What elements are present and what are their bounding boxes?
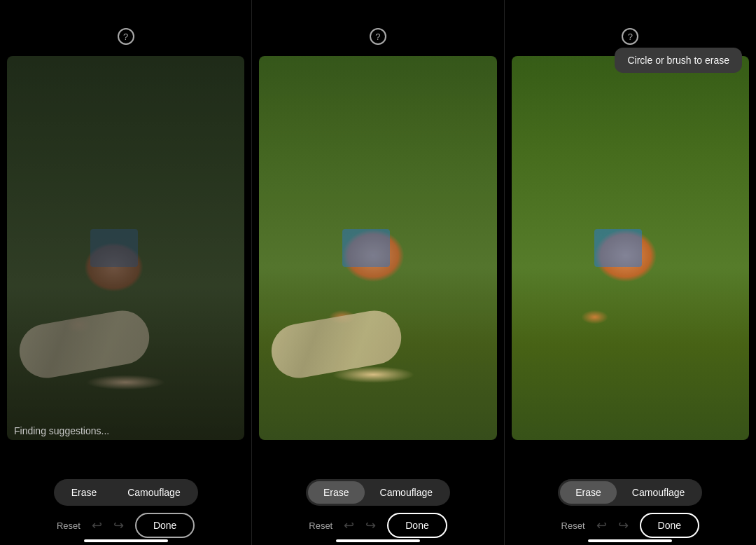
- photo-area-3: [512, 56, 749, 440]
- harness-2: [342, 229, 390, 268]
- photo-3: [512, 56, 749, 440]
- suggestion-text-1: Finding suggestions...: [14, 425, 109, 436]
- bottom-bar-2: Erase Camouflage Reset ↩ ↪ Done: [252, 461, 503, 545]
- done-btn-3[interactable]: Done: [640, 513, 699, 538]
- redo-icon-3[interactable]: ↪: [618, 518, 629, 533]
- reset-label-2[interactable]: Reset: [309, 520, 332, 531]
- pill-group-3: Erase Camouflage: [558, 479, 702, 506]
- erase-pill-3[interactable]: Erase: [560, 481, 617, 504]
- panel-1: 9:17 ⬛ ✉ ▲ ◆ • ▾ ▲ 🔋 55% ? Finding sugge…: [0, 0, 252, 545]
- undo-icon-3[interactable]: ↩: [596, 518, 607, 533]
- erase-pill-2[interactable]: Erase: [308, 481, 365, 504]
- erase-pill-1[interactable]: Erase: [56, 481, 113, 504]
- undo-icon-1[interactable]: ↩: [92, 518, 102, 533]
- camouflage-pill-3[interactable]: Camouflage: [617, 481, 701, 504]
- controls-row-3: Reset ↩ ↪ Done: [505, 513, 756, 538]
- done-btn-1[interactable]: Done: [135, 513, 195, 538]
- pill-group-1: Erase Camouflage: [54, 479, 198, 506]
- redo-icon-2[interactable]: ↪: [365, 518, 376, 533]
- reset-label-3[interactable]: Reset: [561, 520, 585, 531]
- panel-3: 9:18 ⬛ ✉ ▲ ◆ • ▾ ▲ 🔋 55% ? Circle or bru…: [505, 0, 756, 545]
- camouflage-pill-2[interactable]: Camouflage: [365, 481, 449, 504]
- home-indicator-1: [84, 539, 168, 542]
- bone-2: [267, 306, 405, 382]
- home-indicator-2: [336, 539, 420, 542]
- bottom-bar-1: Erase Camouflage Reset ↩ ↪ Done: [0, 461, 251, 545]
- home-indicator-3: [588, 539, 672, 542]
- camouflage-pill-1[interactable]: Camouflage: [112, 481, 196, 504]
- help-icon-2[interactable]: ?: [370, 28, 386, 45]
- photo-2: [259, 56, 496, 440]
- help-icon-3[interactable]: ?: [622, 28, 638, 45]
- bottom-bar-3: Erase Camouflage Reset ↩ ↪ Done: [505, 461, 756, 545]
- controls-row-1: Reset ↩ ↪ Done: [0, 513, 251, 538]
- redo-icon-1[interactable]: ↪: [113, 518, 124, 533]
- tooltip-3: Circle or brush to erase: [615, 48, 742, 73]
- photo-area-1: [7, 56, 244, 440]
- panels-container: 9:17 ⬛ ✉ ▲ ◆ • ▾ ▲ 🔋 55% ? Finding sugge…: [0, 0, 756, 545]
- pill-group-2: Erase Camouflage: [306, 479, 450, 506]
- controls-row-2: Reset ↩ ↪ Done: [252, 513, 503, 538]
- bottom-section-3: Erase Camouflage Reset ↩ ↪ Done: [505, 461, 756, 545]
- harness-3: [594, 229, 642, 268]
- photo-1: [7, 56, 244, 440]
- done-btn-2[interactable]: Done: [387, 513, 447, 538]
- bottom-section-2: Erase Camouflage Reset ↩ ↪ Done: [252, 461, 503, 545]
- bone-1: [15, 306, 153, 382]
- photo-area-2: [259, 56, 496, 440]
- panel-2: 9:17 ⬛ ✉ ▲ ◆ • ▾ ▲ 🔋 55% ?: [252, 0, 504, 545]
- bottom-section-1: Erase Camouflage Reset ↩ ↪ Done: [0, 461, 251, 545]
- reset-label-1[interactable]: Reset: [57, 520, 80, 531]
- harness-1: [90, 229, 138, 268]
- help-icon-1[interactable]: ?: [118, 28, 134, 45]
- undo-icon-2[interactable]: ↩: [344, 518, 354, 533]
